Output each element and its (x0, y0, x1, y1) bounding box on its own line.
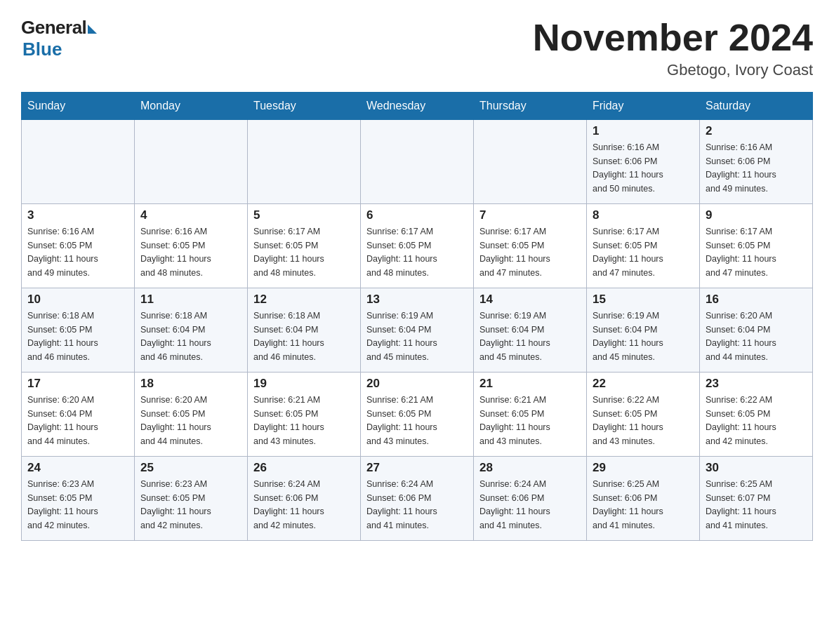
day-number: 21 (479, 377, 581, 391)
calendar-day-cell: 4Sunrise: 6:16 AM Sunset: 6:05 PM Daylig… (135, 204, 248, 288)
location: Gbetogo, Ivory Coast (533, 61, 813, 79)
calendar-day-cell: 18Sunrise: 6:20 AM Sunset: 6:05 PM Dayli… (135, 373, 248, 457)
calendar-week-row: 24Sunrise: 6:23 AM Sunset: 6:05 PM Dayli… (22, 457, 813, 541)
col-header-tuesday: Tuesday (248, 93, 361, 120)
day-info: Sunrise: 6:21 AM Sunset: 6:05 PM Dayligh… (253, 394, 355, 448)
day-number: 16 (706, 293, 807, 307)
calendar-day-cell: 9Sunrise: 6:17 AM Sunset: 6:05 PM Daylig… (700, 204, 813, 288)
day-number: 28 (479, 461, 581, 475)
day-info: Sunrise: 6:23 AM Sunset: 6:05 PM Dayligh… (27, 478, 128, 532)
col-header-friday: Friday (587, 93, 700, 120)
day-info: Sunrise: 6:21 AM Sunset: 6:05 PM Dayligh… (479, 394, 581, 448)
day-number: 23 (706, 377, 807, 391)
col-header-saturday: Saturday (700, 93, 813, 120)
day-number: 6 (366, 208, 468, 222)
calendar-day-cell: 12Sunrise: 6:18 AM Sunset: 6:04 PM Dayli… (248, 288, 361, 373)
logo: General Blue (21, 17, 97, 60)
day-number: 20 (366, 377, 468, 391)
col-header-sunday: Sunday (22, 93, 135, 120)
day-number: 30 (706, 461, 807, 475)
calendar-day-cell: 25Sunrise: 6:23 AM Sunset: 6:05 PM Dayli… (135, 457, 248, 541)
calendar-day-cell: 16Sunrise: 6:20 AM Sunset: 6:04 PM Dayli… (700, 288, 813, 373)
calendar-day-cell: 26Sunrise: 6:24 AM Sunset: 6:06 PM Dayli… (248, 457, 361, 541)
day-info: Sunrise: 6:21 AM Sunset: 6:05 PM Dayligh… (366, 394, 468, 448)
calendar-day-cell (361, 120, 474, 204)
calendar-day-cell: 19Sunrise: 6:21 AM Sunset: 6:05 PM Dayli… (248, 373, 361, 457)
day-info: Sunrise: 6:24 AM Sunset: 6:06 PM Dayligh… (479, 478, 581, 532)
day-info: Sunrise: 6:23 AM Sunset: 6:05 PM Dayligh… (140, 478, 241, 532)
calendar-day-cell: 20Sunrise: 6:21 AM Sunset: 6:05 PM Dayli… (361, 373, 474, 457)
calendar-week-row: 3Sunrise: 6:16 AM Sunset: 6:05 PM Daylig… (22, 204, 813, 288)
day-number: 12 (253, 293, 355, 307)
col-header-monday: Monday (135, 93, 248, 120)
day-info: Sunrise: 6:18 AM Sunset: 6:05 PM Dayligh… (27, 309, 128, 364)
calendar-body: 1Sunrise: 6:16 AM Sunset: 6:06 PM Daylig… (22, 120, 813, 541)
calendar-day-cell: 30Sunrise: 6:25 AM Sunset: 6:07 PM Dayli… (700, 457, 813, 541)
day-number: 7 (479, 208, 581, 222)
calendar-day-cell: 3Sunrise: 6:16 AM Sunset: 6:05 PM Daylig… (22, 204, 135, 288)
calendar-day-cell: 7Sunrise: 6:17 AM Sunset: 6:05 PM Daylig… (474, 204, 587, 288)
calendar-week-row: 17Sunrise: 6:20 AM Sunset: 6:04 PM Dayli… (22, 373, 813, 457)
day-info: Sunrise: 6:20 AM Sunset: 6:04 PM Dayligh… (27, 394, 128, 448)
day-info: Sunrise: 6:17 AM Sunset: 6:05 PM Dayligh… (479, 225, 581, 280)
day-number: 3 (27, 208, 128, 222)
day-number: 11 (140, 293, 241, 307)
day-number: 27 (366, 461, 468, 475)
day-number: 19 (253, 377, 355, 391)
col-header-thursday: Thursday (474, 93, 587, 120)
day-info: Sunrise: 6:16 AM Sunset: 6:05 PM Dayligh… (140, 225, 241, 280)
day-info: Sunrise: 6:18 AM Sunset: 6:04 PM Dayligh… (140, 309, 241, 364)
day-number: 9 (706, 208, 807, 222)
day-number: 18 (140, 377, 241, 391)
title-block: November 2024 Gbetogo, Ivory Coast (533, 17, 813, 79)
day-number: 10 (27, 293, 128, 307)
day-number: 25 (140, 461, 241, 475)
col-header-wednesday: Wednesday (361, 93, 474, 120)
day-info: Sunrise: 6:22 AM Sunset: 6:05 PM Dayligh… (706, 394, 807, 448)
calendar-header-row: SundayMondayTuesdayWednesdayThursdayFrid… (22, 93, 813, 120)
calendar-day-cell (474, 120, 587, 204)
day-info: Sunrise: 6:25 AM Sunset: 6:06 PM Dayligh… (593, 478, 694, 532)
calendar-day-cell (135, 120, 248, 204)
calendar-day-cell: 10Sunrise: 6:18 AM Sunset: 6:05 PM Dayli… (22, 288, 135, 373)
day-info: Sunrise: 6:16 AM Sunset: 6:05 PM Dayligh… (27, 225, 128, 280)
day-number: 8 (593, 208, 694, 222)
day-info: Sunrise: 6:22 AM Sunset: 6:05 PM Dayligh… (593, 394, 694, 448)
day-number: 13 (366, 293, 468, 307)
day-info: Sunrise: 6:17 AM Sunset: 6:05 PM Dayligh… (366, 225, 468, 280)
month-title: November 2024 (533, 17, 813, 58)
calendar-day-cell: 29Sunrise: 6:25 AM Sunset: 6:06 PM Dayli… (587, 457, 700, 541)
day-info: Sunrise: 6:17 AM Sunset: 6:05 PM Dayligh… (253, 225, 355, 280)
day-info: Sunrise: 6:16 AM Sunset: 6:06 PM Dayligh… (593, 141, 694, 196)
day-info: Sunrise: 6:20 AM Sunset: 6:05 PM Dayligh… (140, 394, 241, 448)
calendar-day-cell: 2Sunrise: 6:16 AM Sunset: 6:06 PM Daylig… (700, 120, 813, 204)
day-info: Sunrise: 6:17 AM Sunset: 6:05 PM Dayligh… (593, 225, 694, 280)
page-header: General Blue November 2024 Gbetogo, Ivor… (21, 17, 813, 79)
logo-general-text: General (21, 17, 86, 39)
logo-blue-text: Blue (22, 39, 62, 60)
calendar-day-cell: 6Sunrise: 6:17 AM Sunset: 6:05 PM Daylig… (361, 204, 474, 288)
day-number: 29 (593, 461, 694, 475)
calendar-day-cell: 13Sunrise: 6:19 AM Sunset: 6:04 PM Dayli… (361, 288, 474, 373)
day-info: Sunrise: 6:25 AM Sunset: 6:07 PM Dayligh… (706, 478, 807, 532)
day-number: 2 (706, 124, 807, 138)
day-info: Sunrise: 6:24 AM Sunset: 6:06 PM Dayligh… (366, 478, 468, 532)
calendar-day-cell: 5Sunrise: 6:17 AM Sunset: 6:05 PM Daylig… (248, 204, 361, 288)
day-number: 15 (593, 293, 694, 307)
day-info: Sunrise: 6:17 AM Sunset: 6:05 PM Dayligh… (706, 225, 807, 280)
day-number: 17 (27, 377, 128, 391)
day-number: 26 (253, 461, 355, 475)
day-number: 4 (140, 208, 241, 222)
logo-top: General (21, 17, 97, 39)
calendar-day-cell: 17Sunrise: 6:20 AM Sunset: 6:04 PM Dayli… (22, 373, 135, 457)
calendar-day-cell (248, 120, 361, 204)
day-info: Sunrise: 6:16 AM Sunset: 6:06 PM Dayligh… (706, 141, 807, 196)
logo-arrow-icon (88, 25, 97, 34)
day-info: Sunrise: 6:24 AM Sunset: 6:06 PM Dayligh… (253, 478, 355, 532)
calendar-day-cell: 15Sunrise: 6:19 AM Sunset: 6:04 PM Dayli… (587, 288, 700, 373)
day-info: Sunrise: 6:19 AM Sunset: 6:04 PM Dayligh… (479, 309, 581, 364)
day-number: 1 (593, 124, 694, 138)
day-info: Sunrise: 6:19 AM Sunset: 6:04 PM Dayligh… (366, 309, 468, 364)
day-info: Sunrise: 6:18 AM Sunset: 6:04 PM Dayligh… (253, 309, 355, 364)
calendar-day-cell: 11Sunrise: 6:18 AM Sunset: 6:04 PM Dayli… (135, 288, 248, 373)
